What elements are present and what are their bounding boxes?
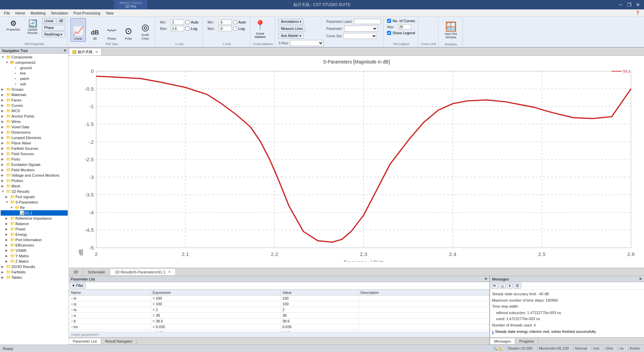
phase-button[interactable]: Phase bbox=[42, 25, 65, 31]
tree-item-port-information[interactable]: ▶ 📁 Port Information bbox=[1, 237, 68, 243]
tree-item-1d-results[interactable]: ▼ 📁 1D Results bbox=[1, 189, 68, 194]
tree-item-ports[interactable]: ▶ 📁 Ports bbox=[1, 157, 68, 162]
new-plot-button[interactable]: 🪟 New PlotWindow bbox=[443, 19, 459, 41]
tree-item-lumped-elements[interactable]: ▶ 📁 Lumped Elements bbox=[1, 135, 68, 140]
no-of-curves-checkbox[interactable] bbox=[387, 19, 391, 23]
msg-up-btn[interactable]: △ bbox=[499, 283, 506, 289]
db-plot-type[interactable]: dB dB bbox=[87, 18, 103, 42]
nav-tree[interactable]: ▼ 📁 Components ▼ 📂 component1 ▪ ground ▪… bbox=[0, 54, 68, 345]
x-auto-checkbox[interactable] bbox=[185, 20, 190, 24]
y-log-checkbox[interactable] bbox=[233, 27, 237, 31]
axis-marker-button[interactable]: Axis Marker ▾ bbox=[278, 33, 304, 39]
tree-item-sub[interactable]: ▪ sub bbox=[1, 81, 68, 87]
menu-simulation[interactable]: Simulation bbox=[48, 10, 71, 16]
tree-item-2d3d-results[interactable]: ▶ 📁 2D/3D Results bbox=[1, 264, 68, 269]
tree-item-field-monitors[interactable]: ▶ 📁 Field Monitors bbox=[1, 167, 68, 173]
param-table-row[interactable]: ≡ b = 38.6 38.6 bbox=[69, 318, 489, 324]
measure-lines-button[interactable]: Measure Lines bbox=[278, 26, 305, 32]
menu-modeling[interactable]: Modeling bbox=[28, 10, 48, 16]
tree-item-wires[interactable]: ▶ 📁 Wires bbox=[1, 119, 68, 124]
nav-close-btn[interactable]: ✕ bbox=[63, 48, 66, 53]
tree-item-s-parameters[interactable]: ▼ 📁 S-Parameters bbox=[1, 200, 68, 205]
tree-item-mesh[interactable]: ▶ 📁 Mesh bbox=[1, 183, 68, 189]
tree-item-y-matrix[interactable]: ▶ 📁 Y Matrix bbox=[1, 253, 68, 259]
polar-plot-type[interactable]: ⊙ Polar bbox=[121, 18, 136, 42]
tree-item-groups[interactable]: ▶ 📁 Groups bbox=[1, 87, 68, 92]
tree-item-component1[interactable]: ▼ 📂 component1 bbox=[1, 60, 68, 65]
tree-item-farfield-sources[interactable]: ▶ 📁 Farfield Sources bbox=[1, 146, 68, 151]
linear-plot-type[interactable]: 📈 Linear bbox=[70, 18, 86, 42]
x-max-input[interactable] bbox=[171, 26, 184, 31]
param-table-row[interactable]: ≡ ts = 2 2 bbox=[69, 307, 489, 313]
maximize-btn[interactable]: ❐ bbox=[626, 2, 633, 7]
bv-tab-3d[interactable]: 3D bbox=[69, 269, 83, 275]
menu-home[interactable]: Home bbox=[13, 10, 28, 16]
tree-item-power[interactable]: ▶ 📁 Power bbox=[1, 226, 68, 232]
db-button[interactable]: dB bbox=[57, 18, 65, 24]
param-label-input[interactable] bbox=[354, 19, 381, 24]
tree-item-tables[interactable]: ▶ 📁 Tables bbox=[1, 275, 68, 280]
x-min-input[interactable] bbox=[171, 19, 184, 25]
lower-tab-param-list[interactable]: Parameter List bbox=[69, 339, 101, 344]
tree-item-patch[interactable]: ▪ patch bbox=[1, 76, 68, 81]
minimize-btn[interactable]: ─ bbox=[617, 2, 624, 7]
help-btn[interactable]: ❓ bbox=[633, 10, 643, 16]
tree-item-farfields[interactable]: ▶ 📁 Farfields bbox=[1, 269, 68, 275]
linear-button[interactable]: Linear bbox=[42, 18, 56, 24]
menu-file[interactable]: File bbox=[1, 10, 13, 16]
tree-item-faces[interactable]: ▶ 📁 Faces bbox=[1, 97, 68, 103]
close-btn[interactable]: ✕ bbox=[635, 2, 641, 7]
msg-content[interactable]: Steady state accuracy limit: -40 dB Maxi… bbox=[490, 290, 644, 337]
tree-item-curves[interactable]: ▶ 📁 Curves bbox=[1, 103, 68, 108]
x-axis-dropdown[interactable] bbox=[290, 40, 324, 46]
tree-item-plane-wave[interactable]: ▶ 📁 Plane Wave bbox=[1, 140, 68, 146]
msg-close-btn[interactable]: ✕ bbox=[639, 277, 642, 281]
tree-item-wcs[interactable]: ▶ 📁 WCS bbox=[1, 108, 68, 114]
max-curves-input[interactable] bbox=[398, 24, 411, 30]
tree-item-line[interactable]: ▪ line bbox=[1, 71, 68, 76]
x-log-checkbox[interactable] bbox=[185, 27, 190, 31]
curve-set-dropdown[interactable] bbox=[343, 33, 377, 39]
curve-markers-btn[interactable]: 📍 CurveMarkers bbox=[253, 18, 267, 40]
menu-view[interactable]: View bbox=[103, 10, 116, 16]
param-table-area[interactable]: Name Expression Value Description ≡ lx =… bbox=[69, 290, 489, 332]
y-min-input[interactable] bbox=[218, 19, 232, 25]
msg-info-btn[interactable]: ℹ bbox=[507, 283, 513, 289]
tree-item-reference-impedance[interactable]: ▶ 📁 Reference Impedance bbox=[1, 216, 68, 221]
param-filter-btn[interactable]: ▼ Filter bbox=[69, 283, 86, 289]
tree-item-field-sources[interactable]: ▶ 📁 Field Sources bbox=[1, 151, 68, 157]
param-table-row[interactable]: ≡ ly = 100 100 bbox=[69, 301, 489, 307]
param-table-row[interactable]: ≡ tm = 0.035 0.035 bbox=[69, 324, 489, 330]
tree-item-ground[interactable]: ▪ ground bbox=[1, 65, 68, 71]
tree-item-dimensions[interactable]: ▶ 📁 Dimensions bbox=[1, 130, 68, 135]
msg-clear-btn[interactable]: ⟳ bbox=[491, 283, 498, 289]
tree-item-s11[interactable]: 📊 S1,1 bbox=[1, 210, 68, 216]
y-max-input[interactable] bbox=[218, 26, 232, 31]
tree-item-z-matrix[interactable]: ▶ 📁 Z Matrix bbox=[1, 259, 68, 264]
param-table-row[interactable]: ≡ a = 38 38 bbox=[69, 313, 489, 318]
tree-item-efficiencies[interactable]: ▶ 📁 Efficiencies bbox=[1, 243, 68, 248]
tree-item-excitation-signals[interactable]: ▶ 📁 Excitation Signals bbox=[1, 162, 68, 167]
phase-plot-type[interactable]: 〰 Phase bbox=[104, 18, 119, 42]
msg-tab-messages[interactable]: Messages bbox=[490, 339, 515, 344]
msg-list-btn[interactable]: ☰ bbox=[514, 283, 521, 289]
chart-tab-main[interactable]: 贴片天线 ✕ bbox=[69, 48, 102, 55]
menu-postprocessing[interactable]: Post-Processing bbox=[71, 10, 103, 16]
smith-chart-plot-type[interactable]: ◎ SmithChart bbox=[138, 18, 153, 42]
param-table-row[interactable]: ≡ lx = 100 100 bbox=[69, 296, 489, 301]
tree-item-anchor-points[interactable]: ▶ 📁 Anchor Points bbox=[1, 114, 68, 119]
tree-item-voltage-current-monitors[interactable]: ▶ 📁 Voltage and Current Monitors bbox=[1, 173, 68, 178]
tree-item-balance[interactable]: ▶ 📁 Balance bbox=[1, 221, 68, 226]
tree-item-s11-folder[interactable]: ▼ 📁 Re bbox=[1, 205, 68, 210]
bv-tab-1d-results[interactable]: 1D Results\S-Parameters\S1,1 ✕ bbox=[110, 269, 175, 275]
param-list-close-btn[interactable]: ✕ bbox=[484, 277, 487, 281]
tab-close-btn[interactable]: ✕ bbox=[95, 50, 98, 54]
show-legend-checkbox[interactable] bbox=[387, 31, 391, 35]
y-auto-checkbox[interactable] bbox=[233, 20, 237, 24]
tree-item-port-signals[interactable]: ▶ 📁 Port signals bbox=[1, 194, 68, 200]
tree-item-energy[interactable]: ▶ 📁 Energy bbox=[1, 232, 68, 237]
bv-tab-schematic[interactable]: Schematic bbox=[83, 269, 110, 275]
msg-tab-progress[interactable]: Progress bbox=[515, 339, 538, 344]
properties-button[interactable]: ⚙ Properties bbox=[3, 18, 23, 33]
lower-tab-result-navigator[interactable]: Result Navigator bbox=[101, 339, 137, 344]
